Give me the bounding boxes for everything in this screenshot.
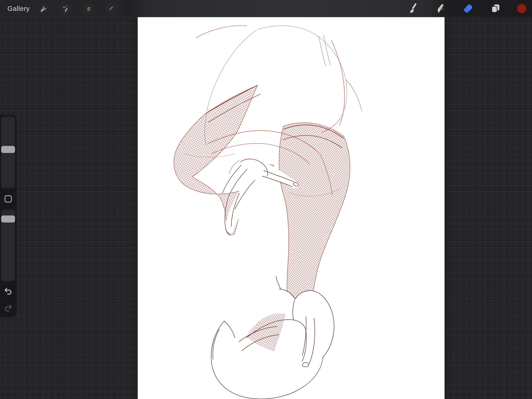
eraser-icon — [462, 2, 474, 15]
layers-icon — [489, 3, 502, 15]
selection-s-icon: S — [85, 5, 93, 13]
gallery-button[interactable]: Gallery — [7, 0, 30, 17]
actions-button[interactable] — [37, 3, 49, 15]
redo-icon — [4, 309, 13, 313]
selection-button[interactable]: S — [82, 3, 95, 15]
undo-button[interactable] — [4, 286, 13, 295]
modify-button[interactable] — [5, 195, 12, 203]
adjustments-button[interactable] — [60, 3, 72, 15]
brush-icon — [408, 3, 420, 15]
canvas-artwork — [138, 17, 444, 399]
brush-sidebar — [0, 115, 16, 317]
drawing-canvas[interactable] — [138, 17, 444, 399]
color-button[interactable] — [515, 2, 528, 15]
top-toolbar: Gallery — [0, 0, 532, 17]
layers-button[interactable] — [489, 2, 502, 15]
color-swatch — [516, 3, 527, 14]
magic-wand-icon — [62, 5, 70, 13]
brush-size-handle[interactable] — [1, 146, 15, 153]
transform-arrow-icon — [107, 5, 115, 13]
redo-button[interactable] — [4, 303, 13, 312]
smudge-icon — [435, 3, 447, 15]
wrench-icon — [39, 5, 47, 13]
procreate-workspace: Gallery — [0, 0, 532, 399]
artwork-right-heel — [211, 276, 334, 399]
opacity-handle[interactable] — [1, 215, 15, 223]
opacity-slider[interactable] — [1, 210, 15, 281]
undo-icon — [4, 292, 13, 296]
svg-text:S: S — [87, 6, 90, 12]
smudge-button[interactable] — [434, 2, 447, 15]
paint-button[interactable] — [408, 2, 420, 15]
transform-button[interactable] — [105, 3, 117, 15]
brush-size-slider[interactable] — [1, 117, 15, 188]
eraser-button[interactable] — [462, 2, 474, 15]
